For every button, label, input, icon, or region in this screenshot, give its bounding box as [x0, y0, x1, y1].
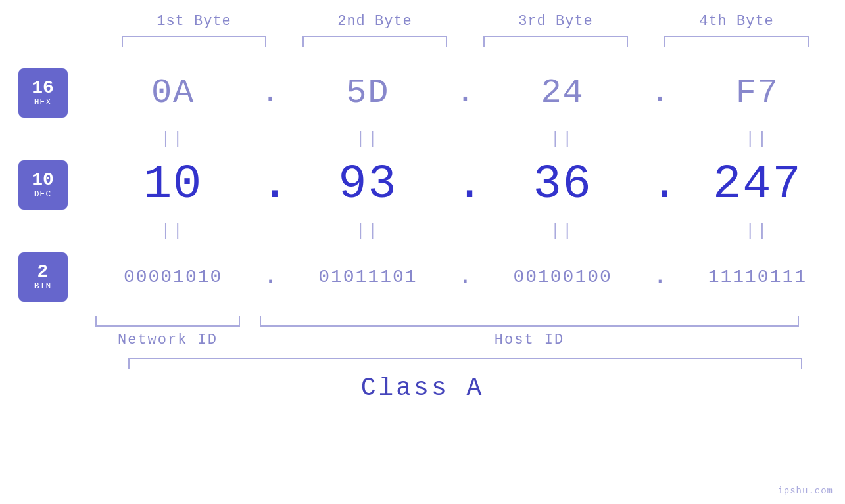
top-brackets	[104, 36, 827, 47]
bin-label-cell: 2 BIN	[0, 252, 85, 302]
hex-dot-2: .	[456, 75, 475, 110]
id-labels: Network ID Host ID	[85, 332, 809, 348]
hex-base-num: 16	[32, 79, 54, 97]
equals-content-1: || || || ||	[85, 130, 845, 148]
hex-label-box: 16 HEX	[18, 68, 68, 118]
hex-val-1: 0A	[85, 74, 260, 112]
hex-label-cell: 16 HEX	[0, 68, 85, 118]
bracket-cell-1	[104, 36, 285, 47]
class-label: Class A	[361, 374, 485, 402]
dec-values: 10 . 93 . 36 . 247	[85, 158, 845, 212]
dec-base-name: DEC	[34, 189, 51, 199]
bracket-top-4	[664, 36, 809, 47]
byte-headers: 1st Byte 2nd Byte 3rd Byte 4th Byte	[104, 13, 827, 30]
dec-dot-1: .	[260, 158, 280, 212]
dec-val-2: 93	[280, 158, 455, 212]
byte2-header: 2nd Byte	[285, 13, 466, 30]
byte4-header: 4th Byte	[646, 13, 827, 30]
bin-values: 00001010 . 01011101 . 00100100 . 1111011…	[85, 263, 845, 290]
eq-3: ||	[475, 130, 650, 148]
bracket-top-3	[483, 36, 628, 47]
network-id-bracket	[95, 316, 240, 327]
bracket-cell-2	[285, 36, 466, 47]
bottom-brackets-row	[85, 316, 809, 327]
dec-val-4: 247	[670, 158, 845, 212]
dec-label-box: 10 DEC	[18, 160, 68, 210]
hex-row: 16 HEX 0A . 5D . 24 . F7	[0, 60, 845, 126]
hex-val-2: 5D	[280, 74, 455, 112]
bracket-top-2	[302, 36, 447, 47]
hex-dot-3: .	[650, 75, 670, 110]
network-id-label: Network ID	[85, 332, 250, 348]
byte3-header: 3rd Byte	[466, 13, 646, 30]
bin-dot-1: .	[260, 263, 280, 290]
bin-base-name: BIN	[34, 281, 51, 291]
eq-5: ||	[85, 222, 260, 240]
class-bracket-row: Class A	[0, 358, 845, 402]
equals-row-2: || || || ||	[0, 218, 845, 244]
byte1-header: 1st Byte	[104, 13, 285, 30]
bin-val-3: 00100100	[475, 267, 650, 287]
hex-base-name: HEX	[34, 97, 51, 107]
class-bracket-wrapper	[43, 358, 802, 369]
bin-base-num: 2	[37, 263, 49, 281]
eq-4: ||	[670, 130, 845, 148]
dec-dot-3: .	[650, 158, 670, 212]
host-id-bracket	[260, 316, 799, 327]
hex-dot-1: .	[260, 75, 280, 110]
class-bracket-line	[128, 358, 802, 369]
bracket-top-1	[122, 36, 266, 47]
bracket-cell-4	[646, 36, 827, 47]
bin-label-box: 2 BIN	[18, 252, 68, 302]
host-id-label: Host ID	[250, 332, 809, 348]
bottom-section: Network ID Host ID	[0, 316, 845, 348]
bin-val-4: 11110111	[670, 267, 845, 287]
bin-dot-3: .	[650, 263, 670, 290]
dec-base-num: 10	[32, 171, 54, 189]
bin-val-2: 01011101	[280, 267, 455, 287]
hex-val-3: 24	[475, 74, 650, 112]
bin-dot-2: .	[456, 263, 475, 290]
eq-2: ||	[280, 130, 455, 148]
bin-val-1: 00001010	[85, 267, 260, 287]
hex-val-4: F7	[670, 74, 845, 112]
hex-values: 0A . 5D . 24 . F7	[85, 74, 845, 112]
dec-row: 10 DEC 10 . 93 . 36 . 247	[0, 152, 845, 218]
dec-label-cell: 10 DEC	[0, 160, 85, 210]
dec-dot-2: .	[456, 158, 475, 212]
bracket-cell-3	[466, 36, 646, 47]
dec-val-1: 10	[85, 158, 260, 212]
eq-6: ||	[280, 222, 455, 240]
eq-1: ||	[85, 130, 260, 148]
bin-row: 2 BIN 00001010 . 01011101 . 00100100 . 1…	[0, 244, 845, 309]
eq-7: ||	[475, 222, 650, 240]
dec-val-3: 36	[475, 158, 650, 212]
watermark: ipshu.com	[777, 486, 833, 496]
equals-row-1: || || || ||	[0, 126, 845, 152]
main-container: 1st Byte 2nd Byte 3rd Byte 4th Byte 16 H…	[0, 0, 845, 504]
equals-content-2: || || || ||	[85, 222, 845, 240]
eq-8: ||	[670, 222, 845, 240]
